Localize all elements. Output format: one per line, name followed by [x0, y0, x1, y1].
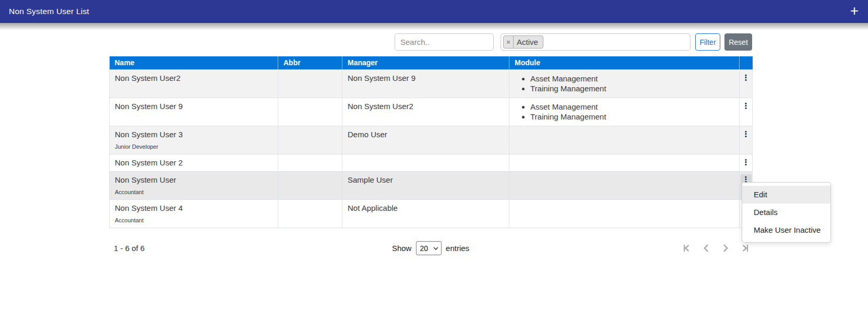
- filter-row: × Active Filter Reset: [109, 33, 752, 51]
- menu-item-details[interactable]: Details: [742, 204, 830, 221]
- last-page-icon[interactable]: [741, 244, 750, 253]
- table-row: Non System User 2 ⋮: [110, 154, 753, 171]
- module-cell: [509, 199, 740, 228]
- abbr-cell: [278, 69, 342, 98]
- user-name: Non System User2: [115, 74, 272, 82]
- column-header-name: Name: [110, 56, 278, 69]
- row-menu-button[interactable]: ⋮: [741, 73, 752, 84]
- column-header-actions: [740, 56, 753, 69]
- main-content: × Active Filter Reset Name Abbr Manager …: [109, 33, 752, 256]
- column-header-module: Module: [509, 56, 740, 69]
- abbr-cell: [278, 98, 342, 126]
- user-designation: Accountant: [115, 217, 272, 223]
- menu-item-make-user-inactive[interactable]: Make User Inactive: [742, 221, 830, 239]
- table-row: Non System User 9 Non System User2 Asset…: [110, 98, 753, 126]
- module-item: Asset Management: [530, 102, 734, 112]
- column-header-abbr: Abbr: [278, 56, 342, 69]
- table-row: Non System User 4 Accountant Not Applica…: [110, 199, 753, 228]
- manager-cell: Non System User 9: [342, 69, 509, 98]
- module-cell: [509, 126, 740, 154]
- first-page-icon[interactable]: [682, 244, 691, 253]
- table-row: Non System User2 Non System User 9 Asset…: [110, 69, 753, 98]
- manager-cell: Sample User: [342, 171, 509, 199]
- module-list: Asset Management Training Management: [515, 74, 734, 93]
- user-name: Non System User 3: [115, 130, 272, 139]
- module-list: Asset Management Training Management: [515, 102, 734, 122]
- user-name: Non System User: [115, 175, 272, 184]
- row-menu-button[interactable]: ⋮: [741, 101, 752, 112]
- module-item: Training Management: [530, 112, 734, 122]
- app-bar: Non System User List +: [0, 0, 868, 23]
- status-multiselect[interactable]: × Active: [501, 33, 691, 51]
- module-item: Training Management: [530, 84, 734, 93]
- module-cell: [509, 154, 740, 171]
- manager-cell: Demo User: [342, 126, 509, 154]
- status-tag: × Active: [503, 35, 543, 49]
- page-size-value: 20: [420, 244, 428, 253]
- table-row-active: Non System User Accountant Sample User ⋮: [110, 171, 753, 199]
- manager-cell: [342, 154, 509, 171]
- row-menu-button[interactable]: ⋮: [741, 157, 752, 168]
- user-designation: Junior Developer: [115, 144, 272, 150]
- page-size-select[interactable]: 20: [415, 241, 442, 255]
- add-icon[interactable]: +: [850, 4, 859, 18]
- abbr-cell: [278, 171, 342, 199]
- abbr-cell: [278, 154, 342, 171]
- user-designation: Accountant: [115, 189, 272, 195]
- column-header-manager: Manager: [342, 56, 509, 69]
- table-header: Name Abbr Manager Module: [110, 56, 753, 69]
- previous-page-icon[interactable]: [701, 244, 710, 253]
- entries-label: entries: [446, 244, 469, 253]
- manager-cell: Not Applicable: [342, 199, 509, 228]
- chevron-down-icon: [433, 247, 438, 250]
- page-size-control: Show 20 entries: [392, 241, 469, 255]
- module-cell: [509, 171, 740, 199]
- menu-item-edit[interactable]: Edit: [742, 186, 830, 204]
- reset-button[interactable]: Reset: [724, 33, 752, 51]
- app-bar-shadow: [0, 23, 868, 30]
- user-name: Non System User 2: [115, 158, 272, 167]
- tag-label: Active: [514, 36, 543, 48]
- table-footer: 1 - 6 of 6 Show 20 entries: [109, 241, 752, 256]
- table-row: Non System User 3 Junior Developer Demo …: [110, 126, 753, 154]
- user-table: Name Abbr Manager Module Non System User…: [109, 56, 753, 228]
- abbr-cell: [278, 199, 342, 228]
- search-input[interactable]: [395, 33, 494, 51]
- module-item: Asset Management: [530, 74, 734, 84]
- page-title: Non System User List: [9, 7, 89, 16]
- filter-button[interactable]: Filter: [695, 33, 720, 51]
- pagination-range: 1 - 6 of 6: [109, 244, 145, 253]
- user-name: Non System User 4: [115, 204, 272, 212]
- next-page-icon[interactable]: [721, 244, 730, 253]
- pagination: [682, 244, 750, 253]
- show-label: Show: [392, 244, 412, 253]
- abbr-cell: [278, 126, 342, 154]
- row-context-menu: Edit Details Make User Inactive: [742, 182, 831, 243]
- manager-cell: Non System User2: [342, 98, 509, 126]
- tag-remove-icon[interactable]: ×: [504, 36, 514, 48]
- user-name: Non System User 9: [115, 102, 272, 111]
- row-menu-button[interactable]: ⋮: [741, 129, 752, 140]
